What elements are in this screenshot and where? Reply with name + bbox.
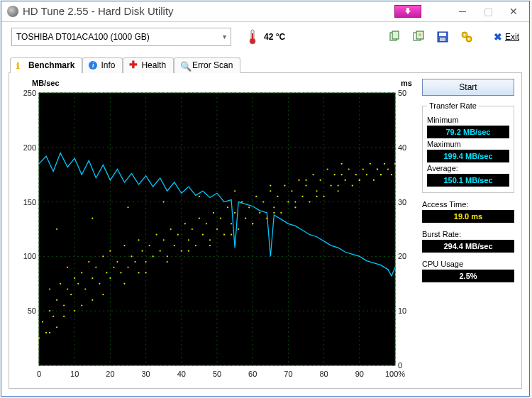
svg-point-65 <box>63 304 65 306</box>
svg-point-170 <box>167 261 168 262</box>
svg-point-169 <box>145 272 147 273</box>
svg-point-62 <box>56 299 57 301</box>
svg-point-174 <box>252 223 253 224</box>
svg-point-117 <box>231 223 232 224</box>
svg-point-83 <box>113 267 114 268</box>
drive-select[interactable]: TOSHIBA DT01ACA100 (1000 GB) ▾ <box>11 28 231 46</box>
exit-label: Exit <box>505 32 519 42</box>
svg-point-181 <box>56 228 57 230</box>
titlebar-extra-button[interactable] <box>394 5 421 18</box>
save-icon[interactable] <box>436 30 450 44</box>
svg-point-168 <box>123 283 125 284</box>
svg-point-150 <box>348 168 350 170</box>
svg-text:30: 30 <box>141 370 150 378</box>
tab-benchmark[interactable]: ℹ Benchmark <box>10 57 82 73</box>
svg-point-189 <box>341 174 343 175</box>
svg-point-90 <box>138 239 139 241</box>
svg-rect-10 <box>440 38 445 41</box>
avg-value: 150.1 MB/sec <box>427 174 509 187</box>
svg-point-176 <box>294 201 296 203</box>
svg-point-141 <box>316 190 317 192</box>
svg-point-164 <box>49 332 50 333</box>
svg-point-135 <box>294 206 296 208</box>
copy-icon[interactable] <box>387 30 401 44</box>
svg-point-102 <box>177 234 179 236</box>
svg-point-157 <box>373 179 375 181</box>
svg-point-66 <box>67 288 68 289</box>
burst-rate-group: Burst Rate: 294.4 MB/sec <box>422 228 514 253</box>
svg-point-151 <box>352 184 353 186</box>
svg-point-74 <box>88 261 89 262</box>
settings-icon[interactable] <box>460 30 474 44</box>
cpu-label: CPU Usage <box>422 260 514 268</box>
y-axis-left-label: MB/sec <box>32 79 60 87</box>
svg-text:40: 40 <box>177 370 186 378</box>
svg-point-99 <box>167 255 168 257</box>
chart-area: MB/sec ms 0102030405060708090100%5010015… <box>15 79 415 382</box>
svg-point-122 <box>248 206 250 208</box>
svg-point-134 <box>291 190 292 192</box>
svg-point-128 <box>270 190 271 192</box>
svg-point-129 <box>273 206 275 208</box>
avg-label: Average: <box>427 164 509 172</box>
screenshot-icon[interactable] <box>411 30 426 44</box>
max-value: 199.4 MB/sec <box>427 150 509 162</box>
svg-point-120 <box>241 201 243 203</box>
svg-point-56 <box>38 338 40 339</box>
svg-point-79 <box>102 255 104 257</box>
svg-point-139 <box>309 201 310 203</box>
svg-point-115 <box>223 234 225 236</box>
svg-point-112 <box>213 212 214 214</box>
close-button[interactable]: ✕ <box>501 3 526 20</box>
svg-point-68 <box>70 294 72 295</box>
svg-point-163 <box>394 163 396 165</box>
svg-point-94 <box>149 245 150 246</box>
svg-point-127 <box>266 218 267 219</box>
app-icon <box>7 6 18 17</box>
start-button[interactable]: Start <box>422 79 514 96</box>
tab-label: Benchmark <box>28 60 74 70</box>
minimize-button[interactable]: ─ <box>450 3 475 20</box>
svg-point-155 <box>366 174 367 175</box>
svg-point-92 <box>141 250 143 252</box>
health-icon: ✚ <box>129 61 138 70</box>
svg-point-104 <box>184 223 186 224</box>
chevron-down-icon: ▾ <box>223 33 226 40</box>
maximize-button[interactable]: ▢ <box>475 3 501 20</box>
svg-point-78 <box>99 283 100 284</box>
tab-error-scan[interactable]: 🔍 Error Scan <box>174 57 240 73</box>
burst-value: 294.4 MB/sec <box>422 240 514 253</box>
info-icon: i <box>89 61 97 70</box>
svg-point-109 <box>202 234 204 236</box>
tab-info[interactable]: i Info <box>82 57 123 73</box>
svg-point-183 <box>127 206 128 208</box>
svg-point-133 <box>287 201 289 203</box>
window-title: HD Tune 2.55 - Hard Disk Utility <box>23 5 174 17</box>
svg-point-89 <box>134 261 135 262</box>
svg-point-152 <box>355 174 357 175</box>
svg-point-107 <box>195 245 196 246</box>
svg-point-100 <box>170 228 172 230</box>
svg-point-82 <box>109 250 111 252</box>
svg-point-166 <box>81 304 82 306</box>
svg-point-98 <box>163 239 165 241</box>
svg-point-188 <box>305 179 306 181</box>
svg-point-106 <box>192 228 193 230</box>
drive-select-value: TOSHIBA DT01ACA100 (1000 GB) <box>16 32 150 42</box>
svg-text:250: 250 <box>23 89 36 97</box>
exit-button[interactable]: ✖ Exit <box>494 31 519 43</box>
svg-point-171 <box>188 250 189 252</box>
svg-point-91 <box>138 272 139 273</box>
svg-point-86 <box>123 245 125 246</box>
svg-point-173 <box>231 234 232 236</box>
tab-health[interactable]: ✚ Health <box>123 57 174 73</box>
transfer-rate-group: Transfer Rate Minimum 79.2 MB/sec Maximu… <box>422 101 514 193</box>
svg-point-118 <box>234 212 235 214</box>
tab-label: Health <box>141 60 166 70</box>
svg-point-175 <box>273 212 275 214</box>
svg-text:10: 10 <box>398 306 406 315</box>
svg-point-88 <box>131 255 132 257</box>
svg-point-121 <box>245 218 246 219</box>
svg-point-149 <box>345 179 346 181</box>
svg-point-80 <box>106 272 107 273</box>
